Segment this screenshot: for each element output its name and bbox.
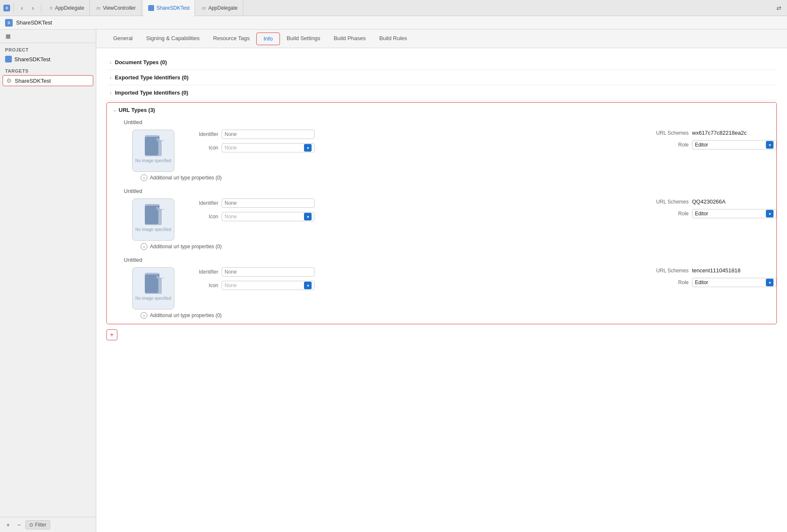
entry-content-2: No image specified Identifier Icon None (115, 267, 776, 309)
tab-build-rules[interactable]: Build Rules (372, 30, 414, 48)
tab-resource-tags[interactable]: Resource Tags (206, 30, 256, 48)
role-dropdown-arrow-0: ▾ (766, 141, 773, 149)
role-dropdown-1[interactable]: Editor ▾ (692, 209, 776, 218)
sidebar-item-target[interactable]: ⚙ ShareSDKTest (3, 75, 93, 86)
field-row-icon-1: Icon None ▾ (185, 212, 624, 221)
role-dropdown-2[interactable]: Editor ▾ (692, 278, 776, 287)
tab-build-phases[interactable]: Build Phases (327, 30, 372, 48)
url-schemes-value-0: wx617c77c82218ea2c (692, 130, 768, 136)
bottom-add-row: + (106, 326, 777, 342)
identifier-input-0[interactable] (222, 130, 315, 139)
sidebar-toolbar: ▦ (0, 30, 96, 43)
svg-rect-6 (145, 274, 158, 293)
url-schemes-value-1: QQ4230266A (692, 198, 768, 205)
add-properties-2[interactable]: › Additional url type properties (0) (115, 309, 776, 319)
remove-item-button[interactable]: − (14, 520, 24, 529)
expand-properties-btn-0[interactable]: › (141, 174, 147, 181)
content-area: General Signing & Capabilities Resource … (96, 30, 787, 532)
entry-title-1: Untitled (115, 188, 776, 194)
document-icon-0 (144, 136, 163, 159)
url-entry-0: Untitled No image specified (107, 116, 776, 185)
fields-right-0: URL Schemes wx617c77c82218ea2c Role Edit… (651, 130, 776, 149)
icon-dropdown-arrow-1: ▾ (304, 213, 312, 220)
expand-properties-btn-2[interactable]: › (141, 312, 147, 319)
title-bar-right: ⇄ (774, 3, 784, 13)
section-title-document-types: Document Types (0) (115, 59, 167, 65)
fields-left-1: Identifier Icon None ▾ (185, 198, 624, 221)
section-title-exported-types: Exported Type Identifiers (0) (115, 74, 189, 81)
fields-right-1: URL Schemes QQ4230266A Role Editor ▾ (651, 198, 776, 218)
identifier-input-2[interactable] (222, 267, 315, 277)
role-dropdown-arrow-1: ▾ (766, 210, 773, 217)
chevron-down-icon: ⌄ (110, 107, 119, 113)
role-value-2: Editor (695, 280, 708, 285)
filter-icon: ⊙ (29, 522, 33, 528)
add-properties-1[interactable]: › Additional url type properties (0) (115, 241, 776, 250)
sidebar-bottom: + − ⊙ Filter (0, 517, 96, 532)
xcode-icon: X (3, 5, 10, 11)
field-row-identifier-2: Identifier (185, 267, 624, 277)
section-imported-types[interactable]: › Imported Type Identifiers (0) (106, 85, 777, 100)
icon-label-1: Icon (185, 214, 218, 220)
tab-signing[interactable]: Signing & Capabilities (139, 30, 206, 48)
file-m2-icon: m (202, 5, 206, 11)
tab-general[interactable]: General (106, 30, 139, 48)
entry-title-2: Untitled (115, 257, 776, 263)
document-icon-1 (144, 205, 163, 228)
field-row-icon-2: Icon None ▾ (185, 281, 624, 290)
field-row-url-schemes-0: URL Schemes wx617c77c82218ea2c (651, 130, 776, 136)
field-row-url-schemes-2: URL Schemes tencent1110451818 (651, 267, 776, 274)
tab-viewcontroller[interactable]: m ViewController (92, 0, 141, 16)
svg-marker-5 (157, 206, 162, 210)
identifier-input-1[interactable] (222, 198, 315, 208)
fields-left-2: Identifier Icon None ▾ (185, 267, 624, 290)
field-row-role-1: Role Editor ▾ (651, 209, 776, 218)
icon-dropdown-value-1: None (225, 214, 237, 220)
role-value-0: Editor (695, 142, 708, 148)
add-url-type-button[interactable]: + (106, 329, 117, 340)
url-entry-1: Untitled No image specified (107, 185, 776, 253)
url-entry-2: Untitled No image specified (107, 253, 776, 322)
section-document-types[interactable]: › Document Types (0) (106, 55, 777, 70)
svg-marker-2 (157, 137, 162, 141)
field-row-role-0: Role Editor ▾ (651, 140, 776, 149)
icon-dropdown-0[interactable]: None ▾ (222, 143, 315, 152)
url-types-title: URL Types (3) (119, 107, 155, 113)
icon-dropdown-1[interactable]: None ▾ (222, 212, 315, 221)
sidebar: ▦ PROJECT ShareSDKTest TARGETS ⚙ ShareSD… (0, 30, 96, 532)
tab-sharesdktest[interactable]: ShareSDKTest (143, 0, 195, 16)
role-value-1: Editor (695, 211, 708, 217)
tab-appdelegate-2[interactable]: m AppDelegate (197, 0, 243, 16)
section-title-imported-types: Imported Type Identifiers (0) (115, 90, 188, 96)
field-row-icon-0: Icon None ▾ (185, 143, 624, 152)
expand-properties-btn-1[interactable]: › (141, 243, 147, 250)
role-dropdown-0[interactable]: Editor ▾ (692, 140, 776, 149)
scroll-content[interactable]: › Document Types (0) › Exported Type Ide… (96, 48, 787, 532)
app-icon (148, 5, 154, 11)
tab-info[interactable]: Info (256, 33, 280, 45)
add-properties-0[interactable]: › Additional url type properties (0) (115, 172, 776, 181)
icon-dropdown-2[interactable]: None ▾ (222, 281, 315, 290)
url-types-header[interactable]: ⌄ URL Types (3) (107, 104, 776, 116)
entry-title-0: Untitled (115, 119, 776, 125)
main-layout: ▦ PROJECT ShareSDKTest TARGETS ⚙ ShareSD… (0, 30, 787, 532)
document-icon-2 (144, 274, 163, 296)
add-item-button[interactable]: + (3, 520, 13, 529)
nav-back-button[interactable]: ‹ (17, 3, 27, 13)
tab-build-settings[interactable]: Build Settings (280, 30, 327, 48)
split-view-button[interactable]: ⇄ (774, 3, 784, 13)
targets-section-label: TARGETS (0, 64, 96, 75)
icon-dropdown-arrow-0: ▾ (304, 144, 312, 152)
section-exported-types[interactable]: › Exported Type Identifiers (0) (106, 70, 777, 85)
fields-left-0: Identifier Icon None ▾ (185, 130, 624, 152)
gear-icon: ⚙ (6, 77, 12, 84)
project-name: ShareSDKTest (16, 19, 52, 26)
chevron-right-icon: › (106, 60, 115, 65)
project-name-bar: S ShareSDKTest (0, 16, 787, 30)
tab-appdelegate-1[interactable]: h AppDelegate (45, 0, 90, 16)
nav-forward-button[interactable]: › (28, 3, 38, 13)
sidebar-toggle-button[interactable]: ▦ (3, 32, 13, 41)
filter-button[interactable]: ⊙ Filter (25, 520, 50, 529)
sidebar-item-project[interactable]: ShareSDKTest (0, 54, 96, 64)
url-schemes-label-2: URL Schemes (651, 268, 689, 274)
